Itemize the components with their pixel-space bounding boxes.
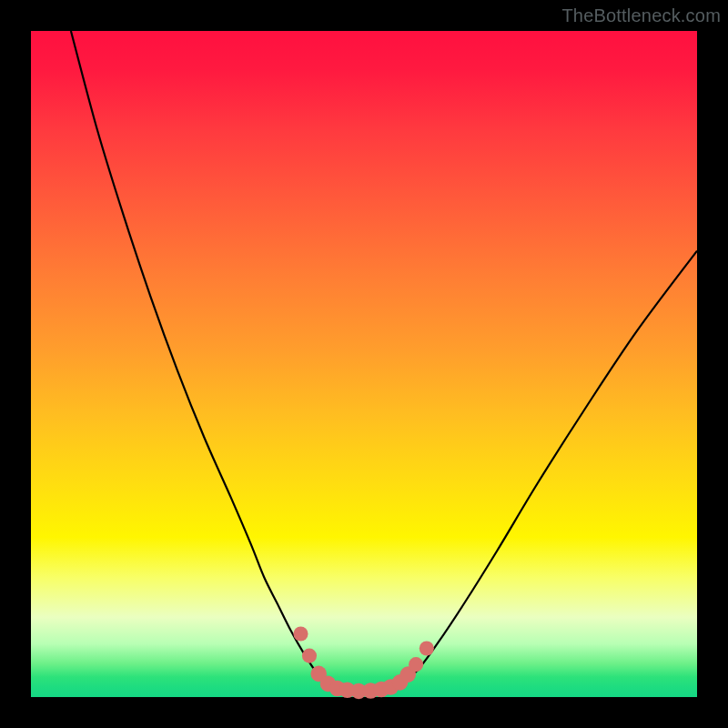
plot-area [31, 31, 697, 697]
curve-marker [420, 642, 434, 656]
watermark-text: TheBottleneck.com [561, 5, 721, 26]
chart-frame: TheBottleneck.com [0, 0, 728, 728]
curve-marker [293, 626, 308, 641]
curve-path [71, 31, 697, 691]
curve-marker [409, 657, 423, 672]
curve-marker [302, 649, 317, 663]
bottleneck-curve [31, 31, 697, 697]
curve-markers [293, 626, 433, 699]
